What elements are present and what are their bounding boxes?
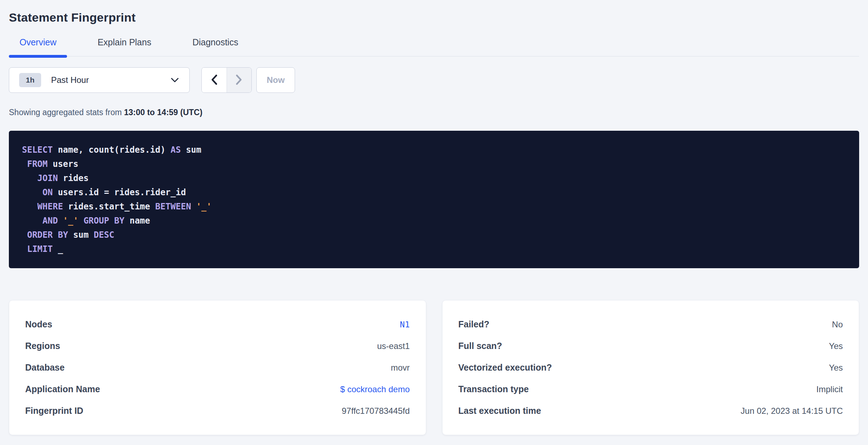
page-title: Statement Fingerprint [9, 11, 859, 24]
time-step-buttons [201, 67, 252, 93]
row-value-application-name[interactable]: $ cockroach demo [340, 384, 410, 394]
tabs-bar: OverviewExplain PlansDiagnostics [9, 37, 859, 57]
sql-line: ORDER BY sum DESC [22, 228, 846, 242]
card-row: Fingerprint ID97ffc170783445fd [25, 400, 410, 422]
chevron-down-icon [171, 78, 179, 83]
aggregated-stats-range: 13:00 to 14:59 (UTC) [124, 108, 202, 117]
row-value-last-execution-time: Jun 02, 2023 at 14:15 UTC [741, 406, 843, 416]
time-controls: 1h Past Hour [9, 67, 859, 93]
now-button[interactable]: Now [256, 67, 295, 93]
time-range-dropdown[interactable]: 1h Past Hour [9, 67, 190, 93]
sql-line: FROM users [22, 157, 846, 171]
sql-line: ON users.id = rides.rider_id [22, 185, 846, 199]
row-value-regions: us-east1 [377, 341, 410, 351]
time-range-label: Past Hour [51, 75, 89, 85]
chevron-right-icon [235, 74, 243, 86]
statement-details-card: NodesN1Regionsus-east1DatabasemovrApplic… [9, 300, 426, 435]
card-row: Application Name$ cockroach demo [25, 378, 410, 400]
row-value-vectorized-execution: Yes [829, 363, 843, 373]
card-row: Failed?No [458, 314, 843, 335]
card-row: Regionsus-east1 [25, 335, 410, 357]
sql-line: AND '_' GROUP BY name [22, 214, 846, 228]
summary-cards: NodesN1Regionsus-east1DatabasemovrApplic… [9, 300, 859, 435]
card-row: NodesN1 [25, 314, 410, 335]
row-value-full-scan: Yes [829, 341, 843, 351]
sql-line: LIMIT _ [22, 242, 846, 256]
row-value-fingerprint-id: 97ffc170783445fd [342, 406, 410, 416]
card-row: Vectorized execution?Yes [458, 357, 843, 378]
tab-label: Overview [20, 37, 56, 47]
row-label: Vectorized execution? [458, 362, 552, 373]
row-value-transaction-type: Implicit [816, 384, 843, 394]
statement-sql-box: SELECT name, count(rides.id) AS sum FROM… [9, 131, 859, 268]
row-label: Last execution time [458, 406, 541, 416]
row-label: Nodes [25, 319, 52, 329]
aggregated-stats-prefix: Showing aggregated stats from [9, 108, 124, 117]
row-label: Transaction type [458, 384, 529, 394]
row-label: Regions [25, 341, 60, 351]
active-tab-underline [9, 55, 67, 58]
row-label: Database [25, 362, 65, 373]
next-interval-button[interactable] [227, 68, 252, 92]
card-row: Transaction typeImplicit [458, 378, 843, 400]
card-row: Last execution timeJun 02, 2023 at 14:15… [458, 400, 843, 422]
statement-fingerprint-page: Statement Fingerprint OverviewExplain Pl… [0, 0, 868, 435]
sql-line: SELECT name, count(rides.id) AS sum [22, 143, 846, 157]
row-label: Fingerprint ID [25, 406, 83, 416]
execution-attributes-card: Failed?NoFull scan?YesVectorized executi… [442, 300, 859, 435]
previous-interval-button[interactable] [202, 68, 227, 92]
aggregated-stats-caption: Showing aggregated stats from 13:00 to 1… [9, 108, 859, 117]
row-value-failed: No [832, 320, 843, 329]
chevron-left-icon [211, 74, 218, 86]
tab-overview[interactable]: Overview [9, 37, 67, 56]
time-range-duration-badge: 1h [19, 73, 41, 87]
row-label: Full scan? [458, 341, 502, 351]
tab-label: Explain Plans [98, 37, 151, 47]
tab-explain-plans[interactable]: Explain Plans [87, 37, 162, 56]
row-label: Failed? [458, 319, 490, 329]
row-label: Application Name [25, 384, 100, 394]
tab-label: Diagnostics [193, 37, 238, 47]
card-row: Full scan?Yes [458, 335, 843, 357]
row-value-database: movr [391, 363, 410, 373]
row-value-nodes[interactable]: N1 [400, 320, 410, 329]
tab-diagnostics[interactable]: Diagnostics [182, 37, 249, 56]
sql-line: JOIN rides [22, 171, 846, 185]
card-row: Databasemovr [25, 357, 410, 378]
sql-line: WHERE rides.start_time BETWEEN '_' [22, 199, 846, 214]
